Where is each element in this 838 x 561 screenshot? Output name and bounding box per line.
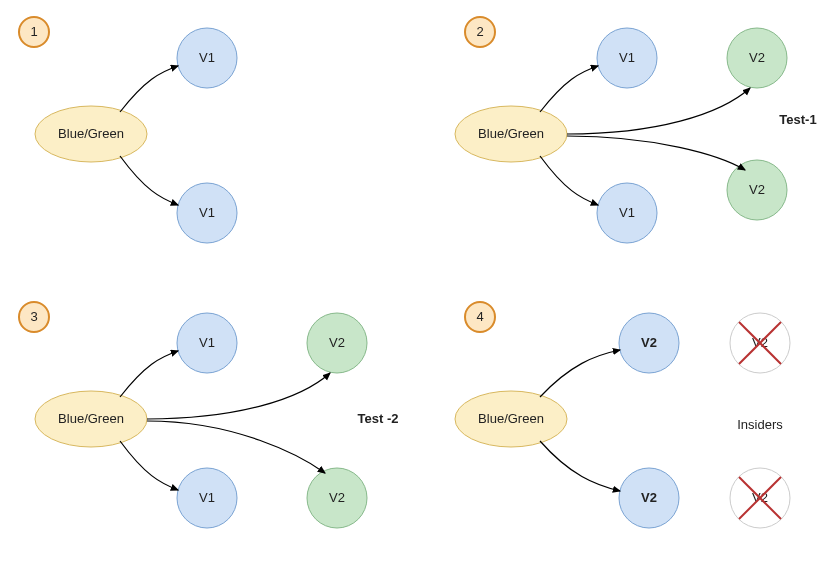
step-badge-3: 3 xyxy=(19,302,49,332)
insiders-label: Insiders xyxy=(737,417,783,432)
v2-node-bottom: V2 xyxy=(619,468,679,528)
v2-node-bottom: V2 xyxy=(307,468,367,528)
step-badge-4: 4 xyxy=(465,302,495,332)
blue-green-node: Blue/Green xyxy=(455,106,567,162)
v2-node-top: V2 xyxy=(619,313,679,373)
panel-2: 2 Blue/Green V1 V1 V2 V2 Test-1 xyxy=(455,17,817,243)
arrow-bg-to-v1-bottom xyxy=(540,156,598,205)
v2-node-bottom: V2 xyxy=(727,160,787,220)
v1-node-bottom: V1 xyxy=(177,468,237,528)
arrow-bg-to-v2-top xyxy=(540,350,620,397)
v2-label: V2 xyxy=(749,50,765,65)
v1-node-top: V1 xyxy=(177,313,237,373)
v2-label: V2 xyxy=(641,490,657,505)
blue-green-node: Blue/Green xyxy=(455,391,567,447)
v1-node-bottom: V1 xyxy=(177,183,237,243)
blue-green-label: Blue/Green xyxy=(478,411,544,426)
diagram-root: 1 Blue/Green V1 V1 2 Blue/Green xyxy=(0,0,838,561)
v2-label: V2 xyxy=(641,335,657,350)
arrow-bg-to-v2-top xyxy=(567,88,750,134)
arrow-bg-to-v2-bottom xyxy=(567,136,745,170)
v1-label: V1 xyxy=(199,50,215,65)
arrow-bg-to-v2-top xyxy=(147,373,330,419)
v2-label: V2 xyxy=(749,182,765,197)
v1-label: V1 xyxy=(619,50,635,65)
step-number: 2 xyxy=(476,24,483,39)
blue-green-label: Blue/Green xyxy=(58,411,124,426)
step-number: 1 xyxy=(30,24,37,39)
arrow-bg-to-v2-bottom xyxy=(147,421,325,473)
arrow-bg-to-v1-bottom xyxy=(120,441,178,490)
test-label-2: Test -2 xyxy=(358,411,399,426)
blue-green-node: Blue/Green xyxy=(35,391,147,447)
test-label-1: Test-1 xyxy=(779,112,816,127)
v1-label: V1 xyxy=(199,335,215,350)
v2-disabled-bottom: V2 xyxy=(730,468,790,528)
panel-4: 4 Blue/Green V2 V2 V2 V2 xyxy=(455,302,790,528)
step-number: 4 xyxy=(476,309,483,324)
v2-label: V2 xyxy=(329,490,345,505)
arrow-bg-to-v1-bottom xyxy=(120,156,178,205)
v1-node-bottom: V1 xyxy=(597,183,657,243)
blue-green-label: Blue/Green xyxy=(58,126,124,141)
v2-label: V2 xyxy=(329,335,345,350)
v1-label: V1 xyxy=(619,205,635,220)
panel-3: 3 Blue/Green V1 V1 V2 V2 Test -2 xyxy=(19,302,398,528)
arrow-bg-to-v1-top xyxy=(120,66,178,112)
arrow-bg-to-v2-bottom xyxy=(540,441,620,491)
v1-label: V1 xyxy=(199,490,215,505)
v1-node-top: V1 xyxy=(177,28,237,88)
v2-node-top: V2 xyxy=(307,313,367,373)
panel-1: 1 Blue/Green V1 V1 xyxy=(19,17,237,243)
step-badge-1: 1 xyxy=(19,17,49,47)
v2-node-top: V2 xyxy=(727,28,787,88)
blue-green-node: Blue/Green xyxy=(35,106,147,162)
step-badge-2: 2 xyxy=(465,17,495,47)
arrow-bg-to-v1-top xyxy=(120,351,178,397)
blue-green-label: Blue/Green xyxy=(478,126,544,141)
arrow-bg-to-v1-top xyxy=(540,66,598,112)
step-number: 3 xyxy=(30,309,37,324)
v2-disabled-top: V2 xyxy=(730,313,790,373)
v1-label: V1 xyxy=(199,205,215,220)
v1-node-top: V1 xyxy=(597,28,657,88)
